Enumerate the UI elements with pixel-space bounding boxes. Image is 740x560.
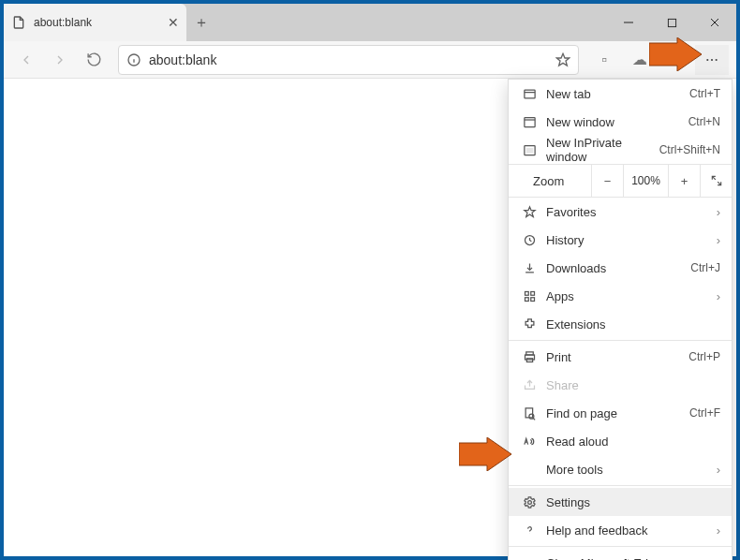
window-maximize-button[interactable] bbox=[650, 4, 693, 41]
svg-rect-1 bbox=[668, 19, 675, 26]
more-menu-button[interactable] bbox=[695, 45, 729, 75]
tab-close-button[interactable]: ✕ bbox=[168, 15, 179, 30]
menu-extensions[interactable]: Extensions bbox=[509, 310, 732, 338]
menu-more-tools[interactable]: More tools › bbox=[509, 455, 732, 483]
forward-button[interactable] bbox=[45, 45, 75, 75]
back-button[interactable] bbox=[11, 45, 41, 75]
menu-history[interactable]: History › bbox=[509, 226, 732, 254]
read-aloud-icon bbox=[520, 435, 539, 449]
svg-point-34 bbox=[527, 500, 531, 504]
chevron-right-icon: › bbox=[717, 205, 720, 219]
svg-point-8 bbox=[706, 58, 708, 60]
menu-favorites[interactable]: Favorites › bbox=[509, 198, 732, 226]
apps-icon bbox=[520, 289, 539, 303]
browser-toolbar: about:blank ▫ ☁ ★ bbox=[4, 41, 736, 79]
svg-rect-16 bbox=[526, 148, 532, 152]
menu-read-aloud[interactable]: Read aloud bbox=[509, 427, 732, 455]
downloads-icon bbox=[520, 261, 539, 275]
menu-new-tab[interactable]: New tab Ctrl+T bbox=[509, 80, 732, 108]
share-icon bbox=[520, 378, 539, 392]
zoom-label: Zoom bbox=[509, 174, 591, 188]
help-icon bbox=[520, 523, 539, 538]
page-content: New tab Ctrl+T New window Ctrl+N New InP… bbox=[4, 79, 736, 556]
browser-tab[interactable]: about:blank ✕ bbox=[4, 4, 186, 41]
window-minimize-button[interactable] bbox=[607, 4, 650, 41]
menu-downloads[interactable]: Downloads Ctrl+J bbox=[509, 254, 732, 282]
svg-point-9 bbox=[711, 58, 713, 60]
menu-apps[interactable]: Apps › bbox=[509, 282, 732, 310]
favorites-bar-icon[interactable]: ★ bbox=[659, 45, 691, 75]
svg-rect-24 bbox=[530, 291, 534, 295]
menu-inprivate[interactable]: New InPrivate window Ctrl+Shift+N bbox=[509, 136, 732, 164]
tab-title: about:blank bbox=[34, 16, 160, 29]
chevron-right-icon: › bbox=[717, 463, 720, 477]
find-icon bbox=[520, 406, 539, 420]
menu-settings[interactable]: Settings bbox=[509, 488, 732, 516]
chevron-right-icon: › bbox=[717, 289, 720, 303]
titlebar: about:blank ✕ ＋ bbox=[4, 4, 736, 41]
new-tab-icon bbox=[520, 87, 539, 101]
svg-rect-26 bbox=[530, 297, 534, 301]
menu-share: Share bbox=[509, 371, 732, 399]
more-menu: New tab Ctrl+T New window Ctrl+N New InP… bbox=[508, 79, 733, 560]
window-close-button[interactable] bbox=[693, 4, 736, 41]
fullscreen-button[interactable] bbox=[700, 164, 732, 198]
favorites-icon bbox=[520, 205, 539, 219]
share-icon[interactable]: ☁ bbox=[624, 45, 656, 75]
svg-rect-23 bbox=[525, 291, 528, 295]
svg-line-33 bbox=[533, 418, 535, 420]
svg-marker-19 bbox=[524, 206, 534, 216]
reading-view-icon[interactable]: ▫ bbox=[588, 45, 620, 75]
svg-marker-7 bbox=[556, 53, 569, 66]
new-tab-button[interactable]: ＋ bbox=[186, 4, 216, 41]
inprivate-icon bbox=[520, 143, 539, 157]
new-window-icon bbox=[520, 115, 539, 129]
address-bar[interactable]: about:blank bbox=[118, 45, 579, 75]
zoom-value: 100% bbox=[623, 164, 668, 198]
svg-point-10 bbox=[716, 58, 718, 60]
svg-rect-13 bbox=[524, 117, 534, 126]
menu-help[interactable]: Help and feedback › bbox=[509, 516, 732, 544]
menu-print[interactable]: Print Ctrl+P bbox=[509, 343, 732, 371]
zoom-in-button[interactable]: + bbox=[668, 164, 700, 198]
refresh-button[interactable] bbox=[79, 45, 109, 75]
menu-zoom-row: Zoom − 100% + bbox=[509, 164, 732, 198]
gear-icon bbox=[520, 495, 539, 509]
chevron-right-icon: › bbox=[717, 233, 720, 247]
extensions-icon bbox=[520, 317, 539, 332]
menu-close-edge[interactable]: Close Microsoft Edge bbox=[509, 549, 732, 560]
favorite-star-icon[interactable] bbox=[555, 52, 570, 67]
svg-rect-11 bbox=[524, 90, 534, 98]
site-info-icon[interactable] bbox=[126, 52, 141, 67]
address-text: about:blank bbox=[149, 52, 548, 67]
history-icon bbox=[520, 233, 539, 247]
file-icon bbox=[11, 15, 26, 30]
zoom-out-button[interactable]: − bbox=[591, 164, 623, 198]
menu-find[interactable]: Find on page Ctrl+F bbox=[509, 399, 732, 427]
print-icon bbox=[520, 350, 539, 364]
menu-new-window[interactable]: New window Ctrl+N bbox=[509, 108, 732, 136]
chevron-right-icon: › bbox=[717, 523, 720, 538]
svg-rect-25 bbox=[525, 297, 528, 301]
